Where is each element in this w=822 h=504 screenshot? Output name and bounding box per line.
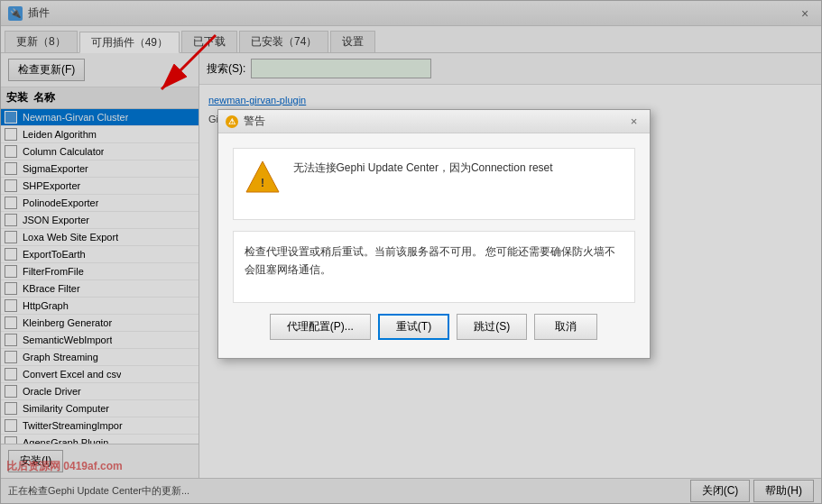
modal-description-text: 检查代理设置或稍后重试。当前该服务器不可用。 您可能还需要确保防火墙不会阻塞网络… — [245, 245, 615, 276]
cancel-button[interactable]: 取消 — [534, 314, 597, 340]
skip-button[interactable]: 跳过(S) — [457, 314, 527, 340]
main-window: 🔌 插件 × 更新（8） 可用插件（49） 已下载 已安装（74） 设置 检查更… — [0, 0, 822, 504]
svg-text:!: ! — [261, 177, 264, 189]
modal-description-section: 检查代理设置或稍后重试。当前该服务器不可用。 您可能还需要确保防火墙不会阻塞网络… — [233, 231, 635, 303]
modal-title: 警告 — [244, 114, 626, 129]
modal-close-button[interactable]: × — [626, 114, 642, 130]
retry-button[interactable]: 重试(T) — [378, 314, 449, 340]
modal-error-message: 无法连接Gephi Update Center，因为Connection res… — [293, 160, 553, 177]
modal-button-group: 代理配置(P)... 重试(T) 跳过(S) 取消 — [233, 314, 635, 344]
modal-content: ! 无法连接Gephi Update Center，因为Connection r… — [218, 133, 650, 358]
warning-modal: ⚠ 警告 × ! 无法连接Gephi Update Center，因为Conne… — [217, 109, 651, 359]
modal-error-section: ! 无法连接Gephi Update Center，因为Connection r… — [233, 148, 635, 220]
modal-warning-icon: ⚠ — [226, 115, 238, 128]
warning-triangle-icon: ! — [245, 160, 281, 196]
modal-overlay: ⚠ 警告 × ! 无法连接Gephi Update Center，因为Conne… — [1, 1, 821, 503]
modal-title-bar: ⚠ 警告 × — [218, 110, 650, 133]
proxy-config-button[interactable]: 代理配置(P)... — [270, 314, 371, 340]
